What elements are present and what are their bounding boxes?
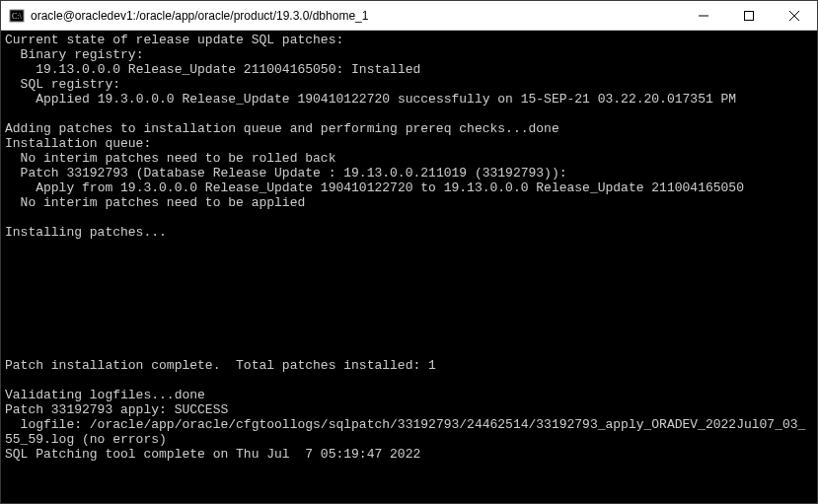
svg-text:C:\: C:\ (12, 12, 23, 21)
maximize-button[interactable] (726, 1, 772, 30)
window-controls (681, 1, 817, 30)
terminal-output[interactable]: Current state of release update SQL patc… (1, 31, 817, 503)
command-prompt-icon: C:\ (9, 8, 25, 24)
titlebar[interactable]: C:\ oracle@oracledev1:/oracle/app/oracle… (1, 1, 817, 31)
close-button[interactable] (772, 1, 817, 30)
terminal-window: C:\ oracle@oracledev1:/oracle/app/oracle… (0, 0, 818, 504)
svg-rect-3 (745, 11, 754, 20)
window-title: oracle@oracledev1:/oracle/app/oracle/pro… (31, 9, 681, 23)
minimize-button[interactable] (681, 1, 726, 30)
